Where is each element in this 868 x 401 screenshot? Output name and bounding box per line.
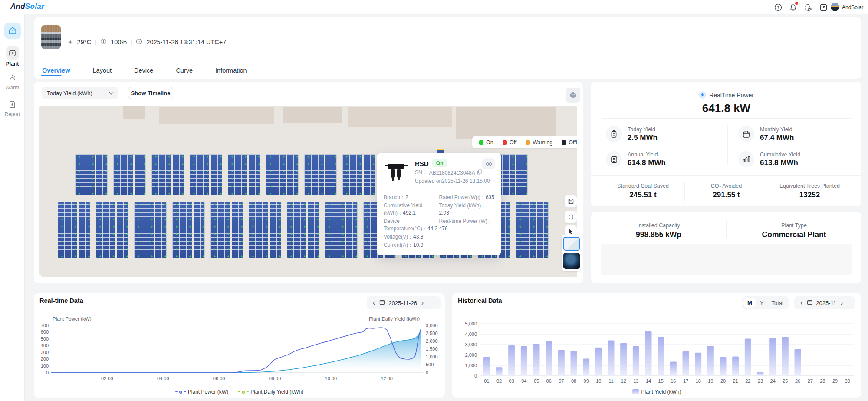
panel-group[interactable] <box>305 155 336 195</box>
svg-text:22: 22 <box>745 378 750 384</box>
panel-group[interactable] <box>96 202 128 258</box>
plant-header-card: ☀ 29°C | 100% | 2025-11-26 13:31:14 UTC+… <box>34 17 861 79</box>
legend-item[interactable]: Plant Daily Yield (kWh) <box>238 389 303 395</box>
copy-icon[interactable] <box>477 169 482 176</box>
svg-text:200: 200 <box>41 356 49 361</box>
device-field: Cumulative Yield (kWh)：492.1 <box>384 202 439 217</box>
panel-group[interactable] <box>287 202 319 258</box>
device-field: Device Temperature(°C)：44.2 <box>384 218 439 232</box>
help-icon[interactable]: ? <box>773 3 783 12</box>
realtime-line-chart: 010020030040050060070005001,0001,5002,00… <box>37 323 441 387</box>
realtime-date-value[interactable]: 2025-11-26 <box>388 300 417 306</box>
sidebar-item-alarm[interactable]: Alarm <box>0 72 25 91</box>
panel-group[interactable] <box>326 202 357 258</box>
panel-group[interactable] <box>516 202 548 258</box>
svg-text:02:00: 02:00 <box>101 376 113 381</box>
tab-curve[interactable]: Curve <box>175 65 194 76</box>
svg-text:28: 28 <box>820 378 825 384</box>
panel-group[interactable] <box>76 155 107 195</box>
panel-group[interactable] <box>173 202 204 258</box>
panel-group[interactable] <box>249 202 281 258</box>
right-axis-label: Plant Daily Yield (kWh) <box>369 316 420 321</box>
panel-group[interactable] <box>58 202 90 258</box>
plant-info-placeholder <box>601 244 852 275</box>
device-field: Today Yield (kWh)：2.03 <box>439 202 495 217</box>
panel-group[interactable] <box>135 202 166 258</box>
svg-text:05: 05 <box>534 378 539 384</box>
prev-month-button[interactable]: ‹ <box>799 299 803 306</box>
svg-text:04:00: 04:00 <box>157 376 169 381</box>
legend-item-on: On <box>475 139 498 146</box>
bar-legend-label: Plant Yield (kWh) <box>641 389 681 395</box>
realtime-power-value: 641.8 kW <box>591 102 861 115</box>
tab-device[interactable]: Device <box>133 65 154 76</box>
cursor-icon <box>568 229 574 235</box>
timestamp-value: 2025-11-26 13:31:14 UTC+7 <box>146 39 226 46</box>
3d-view-button[interactable] <box>566 88 580 103</box>
view-device-button[interactable] <box>482 158 495 169</box>
home-icon <box>4 23 21 39</box>
andsolar-logo[interactable]: AndSolar <box>10 2 44 11</box>
svg-text:26: 26 <box>795 378 800 384</box>
device-fields-left: Branch：2Cumulative Yield (kWh)：492.1Devi… <box>384 194 439 250</box>
tab-layout[interactable]: Layout <box>92 65 113 76</box>
svg-text:06: 06 <box>546 378 552 384</box>
panel-group[interactable] <box>228 155 260 195</box>
percentage-value: 100% <box>111 39 127 46</box>
svg-text:300: 300 <box>41 350 49 355</box>
historical-date-nav: ‹ 2025-11 › <box>794 296 855 309</box>
sidebar-item-report[interactable]: Report <box>0 99 25 117</box>
panel-group[interactable] <box>190 155 222 195</box>
next-month-button[interactable]: › <box>840 299 844 306</box>
realtime-date-nav: ‹ 2025-11-26 › <box>367 296 441 309</box>
historical-chart-legend: Plant Yield (kWh) <box>452 389 861 395</box>
map-layer-standard[interactable] <box>563 237 580 251</box>
tab-overview[interactable]: Overview <box>41 65 71 76</box>
realtime-data-card: Real-time Data ‹ 2025-11-26 › Plant Powe… <box>34 293 445 398</box>
panel-group[interactable] <box>343 155 375 195</box>
account-name[interactable]: AndSolar <box>842 4 863 10</box>
range-year-option[interactable]: Y <box>756 298 768 308</box>
panel-group[interactable] <box>266 155 298 195</box>
svg-text:?: ? <box>777 5 779 10</box>
historical-date-value[interactable]: 2025-11 <box>816 300 836 306</box>
svg-text:18: 18 <box>696 378 701 384</box>
svg-text:13: 13 <box>633 378 638 384</box>
svg-text:04: 04 <box>521 378 526 384</box>
tab-information[interactable]: Information <box>214 65 248 76</box>
next-day-button[interactable]: › <box>421 299 424 306</box>
orientation-icon <box>100 38 107 46</box>
realtime-chart-legend: Plant Power (kW)Plant Daily Yield (kWh) <box>34 389 445 395</box>
lightning-icon <box>699 91 706 99</box>
panel-group[interactable] <box>114 155 145 195</box>
range-month-option[interactable]: M <box>743 298 756 308</box>
legend-item[interactable]: Plant Power (kW) <box>175 389 228 395</box>
panel-group[interactable] <box>152 155 184 195</box>
svg-text:0: 0 <box>426 370 428 375</box>
notification-bell-icon[interactable] <box>788 3 798 12</box>
device-field: Branch：2 <box>384 194 439 201</box>
save-view-button[interactable] <box>564 195 577 208</box>
active-tab-underline <box>41 75 62 76</box>
prev-day-button[interactable]: ‹ <box>372 299 376 306</box>
svg-text:600: 600 <box>41 329 49 335</box>
sidebar-item-plant[interactable]: Plant <box>0 46 25 67</box>
svg-text:06:00: 06:00 <box>213 376 225 381</box>
fullscreen-icon[interactable] <box>819 3 828 12</box>
language-icon[interactable]: A <box>803 3 813 12</box>
map-layer-satellite[interactable] <box>563 253 580 269</box>
svg-text:29: 29 <box>832 378 838 384</box>
panel-group[interactable] <box>211 202 243 258</box>
svg-text:03: 03 <box>509 378 514 384</box>
svg-text:A: A <box>808 6 811 10</box>
metric-dropdown[interactable]: Today Yield (kWh) <box>42 87 118 99</box>
avatar[interactable] <box>831 3 839 11</box>
plant-photo[interactable] <box>41 25 61 49</box>
device-field: Real-time Power (W)：476 <box>439 218 495 232</box>
plant-conditions: ☀ 29°C | 100% | 2025-11-26 13:31:14 UTC+… <box>68 38 226 46</box>
range-total-option[interactable]: Total <box>768 298 787 308</box>
sidebar-item-home[interactable] <box>0 23 25 39</box>
show-timeline-button[interactable]: Show Timeline <box>128 87 173 99</box>
locate-button[interactable] <box>564 210 577 223</box>
calendar-icon <box>807 299 812 306</box>
